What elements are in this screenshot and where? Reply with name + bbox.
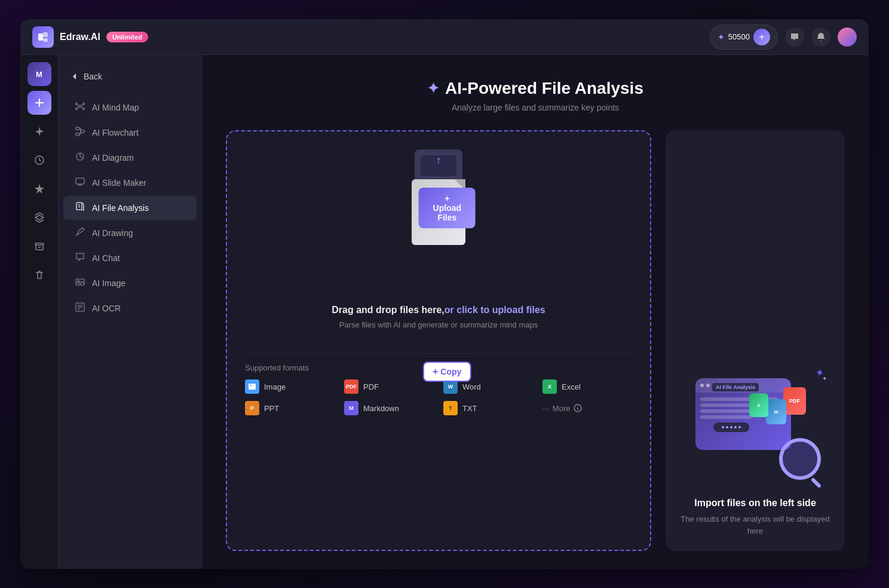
sidebar-plus-button[interactable] [27,91,51,115]
illus-file-green: X [749,393,768,417]
parse-text: Parse files with AI and generate or summ… [339,320,538,329]
drag-drop-text: Drag and drop files here,or click to upl… [332,305,545,316]
format-more[interactable]: ··· More [542,401,632,415]
right-panel-title: Import files on the left side [694,498,816,509]
illus-file-blue: W [766,399,786,424]
illus-dot-2 [706,384,710,387]
nav-ai-file-analysis-label: AI File Analysis [92,203,149,213]
svg-rect-23 [76,203,82,210]
add-credits-button[interactable]: + [753,29,770,45]
svg-point-10 [76,108,78,110]
logo-area: Edraw.AI Unlimited [32,26,148,48]
svg-point-8 [76,103,78,105]
icon-sidebar: M [20,55,59,569]
svg-rect-1 [43,32,48,37]
ppt-format-label: PPT [264,404,279,413]
upload-files-button[interactable]: + Upload Files [419,188,476,228]
nav-ai-drawing[interactable]: AI Drawing [63,221,197,245]
svg-point-9 [83,103,85,105]
svg-line-26 [76,235,77,236]
svg-rect-33 [249,384,256,390]
upload-section[interactable]: ↑ + Upload Files + Copy [226,130,651,551]
content-area: ↑ + Upload Files + Copy [226,130,845,551]
nav-ai-mind-map[interactable]: AI Mind Map [63,96,197,120]
header-right: ✦ 50500 + [710,24,857,50]
svg-rect-17 [81,130,84,133]
nav-ai-diagram[interactable]: AI Diagram [63,146,197,170]
svg-rect-18 [76,133,79,136]
main-content: ✦ AI-Powered File Analysis Analyze large… [202,55,869,569]
format-txt: T TXT [443,401,533,415]
back-button[interactable]: Back [59,67,201,86]
right-panel: AI File Analysis [666,130,845,551]
nav-ai-image-label: AI Image [92,278,125,288]
nav-ai-image[interactable]: AI Image [63,271,197,295]
excel-format-label: Excel [562,382,581,391]
nav-ai-slide-maker-label: AI Slide Maker [92,178,146,188]
svg-point-11 [83,108,85,110]
page-subtitle: Analyze large files and summarize key po… [226,103,845,112]
sidebar-avatar[interactable]: M [27,62,51,86]
nav-ai-ocr-label: AI OCR [92,304,121,313]
upload-visual: ↑ + Upload Files [391,149,486,245]
drag-click-text: or click to upload files [444,305,545,315]
svg-rect-20 [76,178,84,184]
illus-line-4 [700,415,752,419]
ppt-format-icon: P [245,401,259,415]
notification-icon-button[interactable] [811,27,830,47]
image-format-icon [245,379,259,394]
format-image: Image [245,379,335,394]
svg-line-14 [78,107,79,108]
copy-plus-icon: + [433,366,438,377]
sidebar-archive-button[interactable] [27,234,51,258]
copy-tooltip: + Copy [423,362,471,382]
sidebar-layers-button[interactable] [27,206,51,229]
flowchart-icon [75,127,85,139]
nav-ai-slide-maker[interactable]: AI Slide Maker [63,171,197,195]
pdf-format-icon: PDF [344,379,358,394]
nav-ai-file-analysis[interactable]: AI File Analysis [63,196,197,220]
logo-icon [32,26,54,48]
nav-ai-flowchart-label: AI Flowchart [92,128,139,137]
upload-separator [245,353,632,354]
illustration: AI File Analysis [683,366,827,486]
chat-icon-button[interactable] [785,27,804,47]
format-grid: Image PDF PDF W Word X [245,379,632,415]
sparkle-icon: ✦ [718,32,725,42]
sidebar-sparkle-button[interactable] [27,120,51,143]
right-panel-desc: The results of the analysis will be disp… [680,513,830,537]
image-format-label: Image [264,382,286,391]
nav-ai-flowchart[interactable]: AI Flowchart [63,121,197,145]
illus-dots-bar [713,422,749,432]
header: Edraw.AI Unlimited ✦ 50500 + [20,19,869,55]
nav-ai-mind-map-label: AI Mind Map [92,103,139,112]
sidebar-clock-button[interactable] [27,148,51,172]
svg-line-13 [81,105,83,106]
body: M [20,55,869,569]
page-title-text: AI-Powered File Analysis [445,79,643,98]
unlimited-badge: Unlimited [106,32,148,42]
svg-rect-0 [38,33,43,41]
page-title-area: ✦ AI-Powered File Analysis Analyze large… [226,79,845,112]
format-pdf: PDF PDF [344,379,434,394]
drawing-icon [75,227,85,239]
nav-sidebar: Back AI Mind Map [59,55,202,569]
slide-icon [75,177,85,189]
copy-tooltip-text: Copy [440,367,461,376]
user-avatar[interactable] [838,27,857,47]
svg-line-15 [81,107,83,108]
nav-ai-chat[interactable]: AI Chat [63,246,197,270]
sidebar-trash-button[interactable] [27,263,51,287]
svg-rect-6 [35,243,44,245]
sidebar-star-button[interactable] [27,177,51,201]
upload-arrow-icon: ↑ [436,154,442,167]
credits-badge[interactable]: ✦ 50500 + [710,24,778,50]
illus-label: AI File Analysis [712,383,759,391]
format-excel: X Excel [542,379,632,394]
nav-ai-diagram-label: AI Diagram [92,153,134,163]
page-title: ✦ AI-Powered File Analysis [226,79,845,98]
nav-ai-ocr[interactable]: AI OCR [63,296,197,320]
chat-icon [75,252,85,264]
more-label: More [553,404,571,413]
supported-formats-label: Supported formats [245,363,309,372]
